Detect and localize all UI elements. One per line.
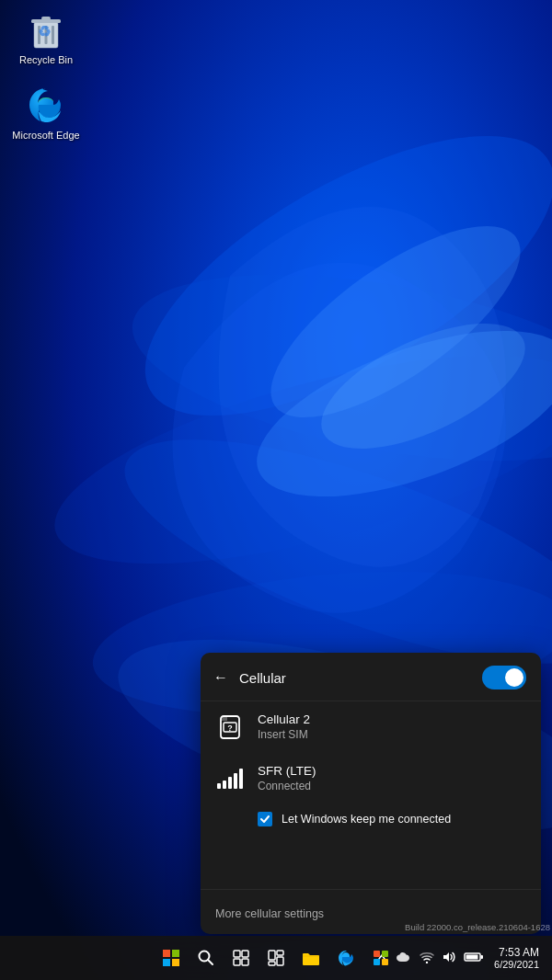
cellular-panel: ← Cellular ? Cellular 2 (201, 653, 541, 934)
cellular2-name: Cellular 2 (258, 712, 310, 726)
svg-marker-18 (221, 716, 227, 721)
wifi-icon[interactable] (417, 947, 437, 970)
more-settings-label: More cellular settings (215, 907, 324, 920)
keep-connected-label: Let Windows keep me connected (282, 813, 451, 826)
cellular-header-left: ← Cellular (212, 667, 286, 688)
svg-rect-31 (269, 951, 275, 960)
svg-rect-28 (242, 951, 248, 957)
keep-connected-checkbox[interactable] (258, 812, 272, 826)
taskbar-right: 7:53 AM 6/29/2021 (374, 946, 545, 970)
svg-rect-30 (242, 959, 248, 965)
cellular2-status: Insert SIM (258, 728, 310, 741)
svg-rect-32 (277, 951, 283, 955)
clock-date: 6/29/2021 (494, 959, 539, 970)
svg-point-39 (426, 961, 428, 963)
cellular-title: Cellular (239, 670, 286, 686)
bar5 (239, 769, 243, 789)
toggle-knob (505, 668, 523, 687)
bar4 (234, 773, 237, 789)
desktop: ♻ Recycle Bin (0, 0, 552, 980)
sfr-info: SFR (LTE) Connected (258, 764, 316, 792)
taskbar: 7:53 AM 6/29/2021 (0, 936, 552, 980)
cellular-toggle[interactable] (482, 666, 526, 689)
microsoft-edge-icon[interactable]: Microsoft Edge (9, 85, 83, 142)
volume-icon[interactable] (439, 947, 459, 970)
cellular2-item[interactable]: ? Cellular 2 Insert SIM (201, 701, 541, 753)
edge-image (26, 85, 66, 125)
svg-rect-27 (234, 951, 240, 957)
cellular2-info: Cellular 2 Insert SIM (258, 712, 310, 741)
system-clock[interactable]: 7:53 AM 6/29/2021 (489, 946, 545, 970)
svg-rect-43 (466, 955, 478, 960)
task-view-button[interactable] (224, 941, 258, 974)
start-button[interactable] (155, 941, 188, 974)
svg-rect-34 (269, 962, 275, 965)
keep-connected-row[interactable]: Let Windows keep me connected (201, 804, 541, 834)
edge-taskbar-button[interactable] (329, 941, 362, 974)
sim-question-icon: ? (215, 712, 245, 742)
taskbar-center (155, 941, 397, 974)
clock-time: 7:53 AM (499, 946, 539, 959)
svg-rect-38 (382, 959, 388, 965)
svg-text:?: ? (227, 724, 233, 733)
sfr-item[interactable]: SFR (LTE) Connected (201, 753, 541, 804)
battery-icon[interactable] (461, 947, 487, 969)
recycle-bin-image: ♻ (26, 9, 66, 50)
svg-rect-24 (172, 959, 179, 966)
recycle-bin-label: Recycle Bin (19, 53, 73, 66)
svg-marker-40 (443, 952, 449, 962)
signal-bars-icon (215, 764, 245, 793)
svg-text:♻: ♻ (38, 24, 51, 40)
svg-rect-42 (481, 955, 484, 959)
svg-rect-36 (382, 951, 388, 957)
bar1 (217, 783, 221, 789)
bar2 (223, 781, 226, 789)
file-explorer-button[interactable] (294, 941, 328, 974)
svg-rect-37 (374, 959, 380, 965)
svg-rect-15 (41, 17, 51, 20)
svg-rect-22 (172, 950, 179, 957)
desktop-icons: ♻ Recycle Bin (9, 9, 83, 142)
svg-rect-13 (52, 26, 54, 44)
svg-line-26 (208, 960, 213, 964)
svg-rect-21 (163, 950, 170, 957)
search-button[interactable] (190, 941, 223, 974)
build-watermark: Build 22000.co_release.210604-1628 (405, 922, 550, 932)
svg-rect-29 (234, 959, 240, 965)
store-button[interactable] (364, 941, 397, 974)
cellular-header: ← Cellular (201, 653, 541, 701)
svg-rect-23 (163, 959, 170, 966)
sfr-status: Connected (258, 780, 316, 792)
sfr-name: SFR (LTE) (258, 764, 316, 778)
edge-label: Microsoft Edge (12, 129, 79, 142)
widgets-button[interactable] (259, 941, 293, 974)
back-button[interactable]: ← (212, 667, 230, 688)
svg-rect-35 (374, 951, 380, 957)
bar3 (228, 777, 232, 789)
svg-rect-33 (277, 957, 283, 965)
recycle-bin-icon[interactable]: ♻ Recycle Bin (9, 9, 83, 66)
